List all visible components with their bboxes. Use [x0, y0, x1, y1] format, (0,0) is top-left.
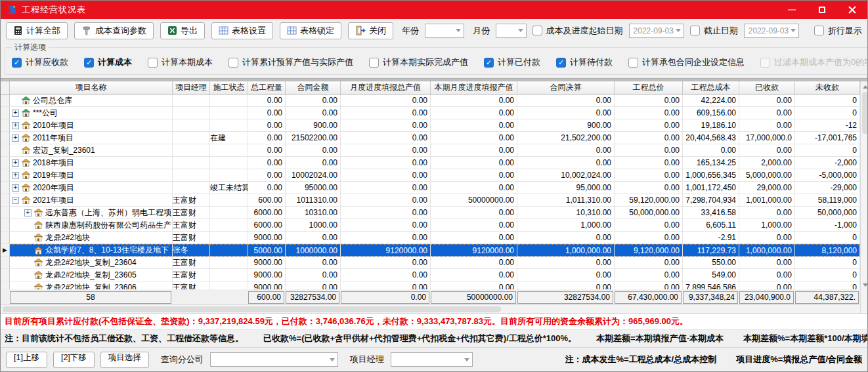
table-settings-button[interactable]: 表格设置: [211, 22, 273, 39]
cell-total_price: 0.00: [615, 232, 683, 244]
option-checkbox[interactable]: 计算应收款: [12, 56, 68, 68]
option-checkbox[interactable]: 计算已付款: [484, 56, 540, 68]
table-row[interactable]: +2010年项目0.00900.000.000.00900.000.0019,1…: [1, 119, 860, 132]
horizontal-scrollbar[interactable]: [1, 304, 860, 313]
row-selector[interactable]: [1, 94, 10, 107]
row-selector[interactable]: [1, 132, 10, 144]
close-button[interactable]: 关闭: [348, 22, 393, 39]
row-selector[interactable]: [1, 207, 10, 219]
wrap-display-checkbox[interactable]: 折行显示: [814, 25, 862, 37]
cell-amount: 95000.00: [286, 182, 341, 194]
cell-name: +***公司: [10, 107, 173, 119]
table-row[interactable]: +远东普惠（上海、苏州）弱电工程项王富财6000.0010310.000.000…: [1, 207, 860, 219]
start-date-select[interactable]: 2022-09-03: [629, 24, 684, 38]
row-selector[interactable]: [1, 144, 10, 157]
column-header-monthly_total[interactable]: 月度进度填报总产值: [341, 81, 431, 94]
move-up-button[interactable]: [1]上移: [6, 352, 47, 368]
year-select[interactable]: [425, 24, 464, 38]
row-selector[interactable]: [1, 169, 10, 182]
column-header-amount[interactable]: 合同金额: [286, 81, 341, 94]
column-header-settlement[interactable]: 合同决算: [517, 81, 615, 94]
column-header-unreceived[interactable]: 未收款: [795, 81, 860, 94]
cost-query-params-button[interactable]: 成本查询参数: [74, 22, 154, 39]
table-row[interactable]: −2021年项目王富财600.001011310.000.0050000000.…: [1, 194, 860, 207]
cell-unreceived: 0: [795, 107, 860, 119]
table-lock-button[interactable]: 表格锁定: [280, 22, 341, 39]
row-selector[interactable]: [1, 182, 10, 194]
expand-icon[interactable]: +: [12, 122, 19, 129]
scroll-down-icon[interactable]: [863, 283, 868, 287]
column-header-total_cost[interactable]: 工程总成本: [683, 81, 739, 94]
cell-manager: [173, 132, 210, 144]
cell-total_price: 59,120,000.00: [615, 194, 683, 207]
start-date-checkbox[interactable]: 成本及进度起始日期: [532, 25, 623, 37]
option-checkbox[interactable]: 计算待付款: [556, 56, 613, 68]
calc-all-button[interactable]: 计算全部: [6, 22, 68, 39]
row-selector[interactable]: [1, 119, 10, 132]
table-row[interactable]: 龙鼎2#2地块_复制_23604王富财9000.000.000.000.000.…: [1, 257, 860, 269]
cell-qty: 0.00: [248, 132, 286, 144]
table-row[interactable]: 龙鼎2#2地块王富财9000.000.000.000.000.000.00-2.…: [1, 232, 860, 244]
expand-icon[interactable]: +: [24, 209, 32, 217]
row-selector[interactable]: [1, 257, 10, 269]
manager-select[interactable]: [391, 352, 473, 367]
project-icon: [34, 209, 43, 217]
table-row[interactable]: 龙鼎2#2地块_复制_23605王富财9000.000.000.000.000.…: [1, 269, 860, 281]
column-header-current_monthly[interactable]: 本期月度进度填报产值: [431, 81, 517, 94]
move-down-button[interactable]: [2]下移: [53, 352, 95, 368]
column-header-total_price[interactable]: 工程总价: [615, 81, 683, 94]
collapse-icon[interactable]: −: [12, 197, 19, 204]
table-row[interactable]: ▶众凯学府7、8、10-13住宅楼及地下张冬5000.001000000.009…: [1, 244, 860, 257]
option-checkbox[interactable]: 计算本期实际完成产值: [369, 56, 468, 68]
expand-icon[interactable]: +: [12, 184, 19, 192]
option-checkbox[interactable]: 计算累计预算产值与实际产值: [228, 56, 353, 68]
row-selector[interactable]: [1, 107, 10, 119]
table-row[interactable]: 陕西康惠制药股份有限公司药品生产王富财6000.001000.000.000.0…: [1, 219, 860, 232]
table-row[interactable]: 公司总仓库0.000.000.000.000.000.0042,224.000.…: [1, 94, 860, 107]
expand-icon[interactable]: +: [12, 110, 19, 117]
table-row[interactable]: +2011年项目在建0.0021502200.000.000.0021,502,…: [1, 132, 860, 144]
row-selector[interactable]: [1, 219, 10, 232]
expand-icon[interactable]: +: [12, 134, 19, 142]
table-row[interactable]: +2019年项目0.0010002024.000.000.0010,002,02…: [1, 169, 860, 182]
scroll-up-icon[interactable]: [863, 85, 868, 89]
summary-monthly_total: 0.00: [341, 291, 429, 304]
row-selector[interactable]: [1, 281, 10, 289]
column-header-received[interactable]: 已收款: [739, 81, 795, 94]
maximize-button[interactable]: [807, 1, 837, 19]
option-checkbox[interactable]: 计算承包合同企业设定信息: [628, 56, 745, 68]
row-selector[interactable]: [1, 269, 10, 281]
table-row[interactable]: +2020年项目竣工未结算0.0095000.000.000.0095,000.…: [1, 182, 860, 194]
end-date-checkbox[interactable]: 截止日期: [690, 25, 738, 37]
scrollbar-thumb[interactable]: [3, 306, 501, 312]
scrollbar-thumb[interactable]: [862, 92, 868, 134]
minimize-button[interactable]: [777, 1, 807, 19]
option-checkbox[interactable]: 计算成本: [84, 56, 132, 68]
column-header-qty[interactable]: 总工程量: [248, 81, 286, 94]
column-header-manager[interactable]: 项目经理: [173, 81, 210, 94]
column-header-name[interactable]: 项目名称: [10, 81, 173, 94]
expand-icon[interactable]: +: [12, 159, 19, 167]
branch-select[interactable]: [210, 352, 338, 367]
row-selector[interactable]: [1, 194, 10, 207]
expand-icon[interactable]: +: [12, 172, 19, 179]
row-selector[interactable]: [1, 157, 10, 169]
option-checkbox: 过滤本期成本产值为0的项目: [760, 56, 868, 68]
row-selector[interactable]: ▶: [1, 244, 10, 257]
end-date-label: 截止日期: [704, 25, 738, 37]
cell-manager: [173, 169, 210, 182]
option-checkbox[interactable]: 计算本期成本: [148, 56, 213, 68]
close-window-button[interactable]: [837, 1, 867, 19]
export-button[interactable]: 导出: [160, 22, 205, 39]
end-date-select[interactable]: 2022-09-03: [744, 24, 799, 38]
table-row[interactable]: +2018年项目0.000.000.000.000.000.00165,134.…: [1, 157, 860, 169]
table-row[interactable]: +***公司0.000.000.000.000.000.00609,156.00…: [1, 107, 860, 119]
vertical-scrollbar[interactable]: [860, 81, 868, 313]
row-selector[interactable]: [1, 232, 10, 244]
table-row[interactable]: 龙鼎2#2地块_复制_23606王富财9000.000.000.000.000.…: [1, 281, 860, 289]
checkbox-unchecked-icon: [148, 58, 158, 68]
table-row[interactable]: 宏迈_复制_236010.000.000.000.000.000.000.000…: [1, 144, 860, 157]
project-select-button[interactable]: 项目选择: [100, 352, 149, 368]
month-select[interactable]: [496, 24, 526, 38]
column-header-status[interactable]: 施工状态: [210, 81, 248, 94]
